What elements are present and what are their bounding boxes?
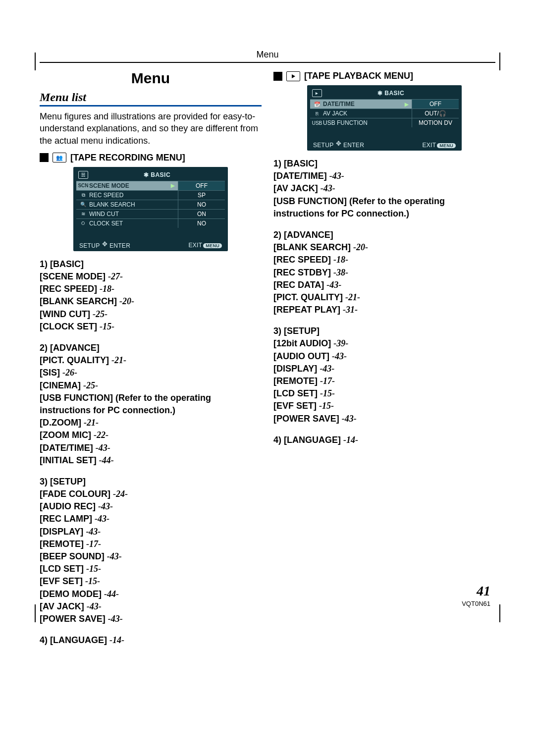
page-ref: -43- [321,183,335,193]
page-title: Menu [40,70,262,87]
page-ref: -18- [333,255,348,265]
menu-group-heading: 1) [BASIC] [40,258,262,270]
lcd-item-value: SP [178,191,225,200]
menu-item: [AV JACK] -43- [40,600,262,613]
menu-item: [SCENE MODE] -27- [40,270,262,283]
page-ref: -43- [342,414,357,424]
page-ref: -31- [343,305,358,315]
section-heading: Menu list [40,91,262,107]
menu-item: [BEEP SOUND] -43- [40,550,262,563]
recording-menu-screenshot: ☵ ✱ BASIC SCN SCENE MODE ▶ OFF [73,167,228,251]
lcd-item-icon: 📆 [313,102,321,107]
page-ref: -17- [320,376,335,386]
page-ref: -17- [86,539,101,549]
lcd-row: ⧉ REC SPEED SP [76,190,225,200]
caret-right-icon: ▶ [405,102,409,107]
lcd-footer-exit: EXITMENU [188,242,222,249]
menu-item: [FADE COLOUR] -24- [40,488,262,500]
page-ref: -20- [119,296,134,306]
lcd-item-label: SCENE MODE [89,182,129,189]
lcd-item-icon: 🔍 [79,202,87,207]
menu-group-heading: 2) [ADVANCE] [273,229,495,241]
page-ref: -22- [94,430,108,440]
page-ref: -39- [333,338,348,348]
lcd-item-value: OFF [412,100,459,108]
menu-item: [EVF SET] -15- [273,400,495,412]
menu-item: [DEMO MODE] -44- [40,588,262,600]
page-ref: -21- [111,355,126,365]
lcd-item-label: BLANK SEARCH [89,201,135,208]
lcd-item-icon: USB [313,120,321,126]
running-header: Menu [40,50,495,60]
menu-item: [SIS] -26- [40,367,262,379]
lcd-tab-label: ✱ BASIC [91,171,223,178]
playback-menu-screenshot: ▸ ✱ BASIC 📆 DATE/TIME ▶ OFF ⎘ [307,85,462,151]
menu-item: [D.ZOOM] -21- [40,417,262,429]
menu-item: [ZOOM MIC] -22- [40,429,262,441]
page-ref: -43- [86,527,101,537]
menu-group: 1) [BASIC][SCENE MODE] -27-[REC SPEED] -… [40,258,262,333]
menu-group: 1) [BASIC][DATE/TIME] -43-[AV JACK] -43-… [273,158,495,220]
divider [40,62,495,63]
page-ref: -24- [113,489,128,499]
lcd-row: ⏲ CLOCK SET NO [76,218,225,228]
lcd-row: USB USB FUNCTION MOTION DV [310,118,459,127]
lcd-item-icon: SCN [79,183,87,188]
page-ref: -15- [100,322,114,331]
lcd-row: ⎘ AV JACK OUT/🎧 [310,108,459,118]
menu-item: [REC SPEED] -18- [40,283,262,295]
page-ref: -43- [108,614,123,624]
page-ref: -43- [98,501,113,511]
menu-item: [POWER SAVE] -43- [40,613,262,625]
lcd-item-value: OFF [178,181,225,190]
lcd-footer: SETUP ENTER EXITMENU [310,139,459,149]
lcd-item-label: USB FUNCTION [323,119,368,126]
lcd-item-label: CLOCK SET [89,220,123,227]
menu-item: [LCD SET] -15- [273,387,495,400]
lcd-item-value: ON [178,210,225,218]
page-ref: -43- [96,443,110,453]
lcd-item-label: AV JACK [323,110,347,117]
page-ref: -43- [87,601,102,611]
lcd-mode-icon: ▸ [312,89,322,97]
menu-item: [AUDIO OUT] -43- [273,350,495,363]
page-ref: -21- [84,418,99,428]
camera-mode-icon: 👥 [53,153,66,162]
menu-item: [USB FUNCTION] (Refer to the operating i… [273,195,495,220]
page-ref: -44- [99,455,114,465]
page-ref: -43- [107,551,122,561]
lcd-item-value: OUT/🎧 [412,109,459,118]
page-ref: -15- [319,401,334,411]
lcd-row: 🔍 BLANK SEARCH NO [76,200,225,209]
page-number: 41 [462,583,490,599]
page-ref: -38- [333,268,348,277]
lcd-item-icon: ⧉ [79,192,87,198]
menu-item: [REMOTE] -17- [40,538,262,550]
menu-item: [BLANK SEARCH] -20- [273,241,495,254]
left-column: Menu Menu list Menu figures and illustra… [40,68,262,655]
page-ref: -14- [343,435,358,445]
menu-group-heading: 4) [LANGUAGE] -14- [40,634,262,647]
square-bullet-icon [40,153,49,162]
lcd-header: ▸ ✱ BASIC [310,88,459,99]
caret-right-icon: ▶ [171,183,175,188]
menu-group-heading: 4) [LANGUAGE] -14- [273,434,495,446]
page-ref: -20- [353,242,368,252]
lcd-item-label: WIND CUT [89,211,119,217]
page-ref: -44- [104,589,119,599]
page-ref: -43- [329,171,344,181]
menu-item: [REMOTE] -17- [273,375,495,387]
menu-item: [DISPLAY] -43- [40,526,262,538]
lcd-item-value: NO [178,200,225,209]
menu-item: [DATE/TIME] -43- [273,170,495,182]
menu-item: [BLANK SEARCH] -20- [40,295,262,308]
page-ref: -43- [326,280,341,290]
menu-item: [POWER SAVE] -43- [273,413,495,425]
lcd-row: ≋ WIND CUT ON [76,209,225,218]
playback-mode-icon [286,71,300,81]
lcd-row: SCN SCENE MODE ▶ OFF [76,181,225,190]
menu-item: [REC LAMP] -43- [40,513,262,525]
menu-item: [REC SPEED] -18- [273,254,495,266]
menu-pill-icon: MENU [437,143,456,148]
menu-item: [AV JACK] -43- [273,182,495,195]
